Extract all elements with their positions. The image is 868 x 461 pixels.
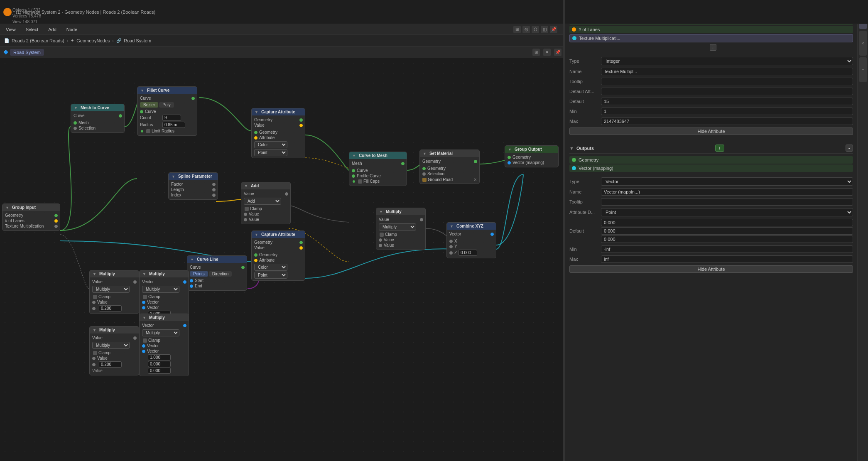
mul2-clamp-cb[interactable]	[143, 295, 147, 299]
node-canvas[interactable]: ▼ Group Input Geometry # of Lanes Textur…	[0, 58, 565, 461]
mul3-z-input[interactable]	[148, 368, 171, 374]
menu-view[interactable]: View	[3, 26, 18, 33]
mul4-dropdown[interactable]: Multiply	[92, 342, 130, 349]
name-input[interactable]	[601, 68, 853, 75]
cat-color-dropdown[interactable]: Color	[254, 141, 287, 148]
snap-icon[interactable]: ⊞	[513, 26, 521, 33]
out-default-y[interactable]	[601, 227, 853, 235]
mulv-clamp: Clamp	[379, 232, 423, 237]
curve-line-node[interactable]: ▼ Curve Line Curve Points Direction Star…	[187, 255, 247, 291]
input-lanes-row[interactable]: # of Lanes	[569, 26, 853, 33]
node-editor-btn1[interactable]: ⊞	[532, 49, 540, 56]
mul3-x-input[interactable]	[148, 354, 171, 360]
capture-attr-bottom-node[interactable]: ▼ Capture Attribute Geometry Value Geome…	[251, 230, 305, 281]
capture-attr-top-node[interactable]: ▼ Capture Attribute Geometry Value Geome…	[251, 108, 305, 158]
output-geometry-row[interactable]: Geometry	[569, 156, 853, 164]
breadcrumb-geometry-nodes[interactable]: GeometryNodes	[76, 38, 110, 43]
add-node[interactable]: ▼ Add Value Add Clamp Value	[241, 182, 291, 224]
menu-node[interactable]: Node	[64, 26, 80, 33]
type-dropdown[interactable]: Integer	[601, 57, 853, 65]
group-input-node[interactable]: ▼ Group Input Geometry # of Lanes Textur…	[2, 204, 60, 231]
out-attr-d-dropdown[interactable]: Point	[601, 208, 853, 216]
hide-attr-btn[interactable]: Hide Attribute	[569, 128, 853, 135]
mul4-val-out: Value	[92, 335, 136, 341]
mulv-dropdown[interactable]: Multiply	[379, 223, 416, 230]
proportional-icon[interactable]: ◎	[522, 26, 530, 33]
set-material-node[interactable]: ▼ Set Material Geometry Geometry Selecti…	[419, 150, 480, 184]
fc-count-input[interactable]	[162, 115, 181, 121]
cab-color-dropdown[interactable]: Color	[254, 264, 287, 271]
cab-geo-out-socket	[299, 241, 303, 244]
ctm-fill-cb[interactable]	[358, 179, 362, 184]
fc-radius-input[interactable]	[162, 122, 185, 128]
mul3-y-input[interactable]	[148, 361, 171, 367]
panel-resize-handle[interactable]	[563, 0, 565, 461]
combine-xyz-node[interactable]: ▼ Combine XYZ Vector X Y	[446, 222, 496, 258]
out-max-input[interactable]	[601, 255, 853, 263]
breadcrumb-road-system[interactable]: Road System	[124, 38, 151, 43]
cl-end-in: End	[190, 283, 244, 289]
cxyz-z-input[interactable]	[459, 250, 477, 256]
min-input[interactable]	[601, 108, 853, 115]
out-name-input[interactable]	[601, 188, 853, 196]
cat-domain-dropdown[interactable]: Point	[254, 149, 287, 156]
add-clamp-cb[interactable]	[245, 207, 249, 211]
out-default-x[interactable]	[601, 219, 853, 226]
out-type-dropdown[interactable]: Vector	[601, 177, 853, 186]
multiply-value-node[interactable]: ▼ Multiply Value Multiply Clamp Value	[376, 208, 426, 250]
spline-parameter-node[interactable]: ▼ Spline Parameter Factor Length Index	[168, 172, 218, 200]
out-min-input[interactable]	[601, 245, 853, 253]
mul1-clamp-cb[interactable]	[93, 295, 97, 299]
mul3-dropdown[interactable]: Multiply	[142, 329, 179, 336]
mul2-dropdown[interactable]: Multiply	[142, 286, 179, 293]
tab-item-tool[interactable]: T	[859, 57, 867, 82]
breadcrumb-roads2[interactable]: Roads 2 (Boolean Roads)	[12, 38, 64, 43]
move-input-btn[interactable]: ⋮	[710, 44, 716, 51]
mul4-clamp-cb[interactable]	[93, 351, 97, 355]
out-hide-attr-btn[interactable]: Hide Attribute	[569, 265, 853, 273]
max-input[interactable]	[601, 118, 853, 125]
node-editor-pin[interactable]: 📌	[554, 49, 562, 56]
mulv-in1-socket	[379, 238, 382, 242]
input-texture-row[interactable]: Texture Multiplicati...	[569, 34, 853, 42]
out-default-z[interactable]	[601, 235, 853, 243]
multiply-node-4[interactable]: ▼ Multiply Value Multiply Clamp Value	[89, 326, 139, 375]
mul3-clamp-cb[interactable]	[143, 338, 147, 343]
multiply-node-1[interactable]: ▼ Multiply Value Multiply Clamp Value	[89, 270, 139, 314]
cl-points-tab[interactable]: Points	[190, 271, 208, 277]
multiply-node-3[interactable]: ▼ Multiply Vector Multiply Clamp Vector	[139, 314, 189, 376]
tab-item-view[interactable]: V	[859, 31, 867, 56]
default-attr-input[interactable]	[601, 88, 853, 95]
ctm-profile-in: Profile Curve	[352, 173, 404, 179]
curve-to-mesh-node[interactable]: ▼ Curve to Mesh Mesh Curve Profile Curve	[349, 152, 407, 186]
cab-domain-dropdown[interactable]: Point	[254, 272, 287, 279]
add-output-btn[interactable]: +	[715, 145, 724, 152]
add-dropdown[interactable]: Add	[244, 198, 281, 205]
mul1-dropdown[interactable]: Multiply	[92, 286, 130, 293]
node-editor-btn2[interactable]: ✕	[543, 49, 551, 56]
group-output-node[interactable]: ▼ Group Output Geometry Vector (mapping)	[505, 145, 559, 167]
mul1-value-input[interactable]	[99, 305, 122, 311]
output-vector-row[interactable]: Vector (mapping)	[569, 164, 853, 172]
fc-limit-cb[interactable]	[146, 129, 150, 133]
menu-select[interactable]: Select	[23, 26, 41, 33]
fillet-curve-node[interactable]: ▼ Fillet Curve Curve Bezier Poly Curve C…	[137, 86, 197, 136]
add-val2-socket	[244, 218, 247, 221]
mulv-clamp-cb[interactable]	[380, 233, 384, 237]
tooltip-input[interactable]	[601, 78, 853, 85]
ctm-mesh-out: Mesh	[352, 161, 404, 166]
xray-icon[interactable]: ◫	[541, 26, 548, 33]
menu-add[interactable]: Add	[46, 26, 59, 33]
cl-direction-tab[interactable]: Direction	[209, 271, 232, 277]
overlay-icon[interactable]: ⬡	[532, 26, 539, 33]
out-tooltip-input[interactable]	[601, 198, 853, 206]
material-x[interactable]: ✕	[473, 177, 477, 182]
mesh-to-curve-node[interactable]: ▼ Mesh to Curve Curve Mesh Selection	[71, 104, 125, 133]
mul4-value-input[interactable]	[99, 361, 122, 368]
poly-tab[interactable]: Poly	[159, 102, 174, 108]
default-input[interactable]	[601, 98, 853, 105]
multiply1-header: ▼ Multiply	[90, 270, 139, 277]
pin-icon[interactable]: 📌	[550, 26, 557, 33]
remove-output-btn[interactable]: -	[846, 145, 853, 152]
bezier-tab[interactable]: Bezier	[140, 102, 158, 108]
